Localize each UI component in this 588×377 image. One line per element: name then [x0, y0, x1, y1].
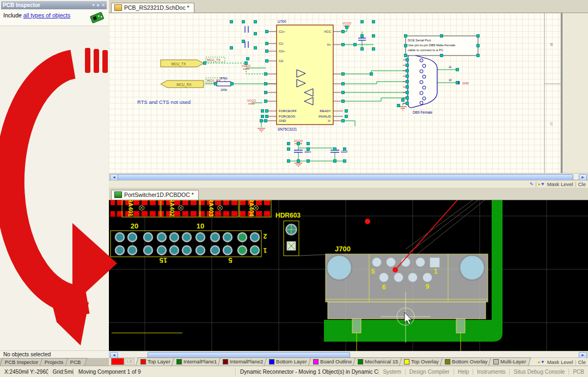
svg-text:MCU_TX: MCU_TX: [171, 62, 186, 66]
svg-text:J700: J700: [335, 245, 351, 253]
db9-connector[interactable]: J700 DB9 Female 11 10: [403, 48, 452, 114]
connection-dot: [393, 267, 398, 273]
panel-tab[interactable]: PCB Inspector: [0, 358, 45, 366]
svg-text:100k: 100k: [220, 88, 227, 91]
layer-tab[interactable]: Mechanical 15: [352, 357, 403, 366]
resistor-arrays[interactable]: RA401 RA402 RA403 RA404: [111, 200, 272, 217]
svg-text:GND: GND: [279, 119, 286, 122]
sheet-zone: B: [550, 42, 553, 46]
svg-text:C2-: C2-: [279, 59, 284, 63]
ratsnest-dot: [365, 219, 370, 224]
j700-footprint[interactable]: J700 5 1 6 9: [326, 200, 488, 333]
svg-text:10: 10: [449, 78, 452, 82]
titlebar-icon[interactable]: ✕: [101, 3, 105, 8]
schematic-canvas[interactable]: B C: [109, 13, 588, 173]
hdr603-component[interactable]: HDR603: [275, 212, 326, 256]
tab-pcbdoc[interactable]: PortSwitcher1D.PCBDOC *: [111, 190, 199, 200]
layer-color-swatch: [269, 359, 274, 364]
tab-schdoc[interactable]: PCB_RS2321D.SchDoc *: [111, 3, 194, 13]
statusbar-menu-item[interactable]: Situs Debug Console: [509, 369, 568, 375]
statusbar-menu-item[interactable]: PCB: [568, 369, 588, 375]
pin-header[interactable]: 20 10 15 5 2 1: [111, 222, 267, 264]
schdoc-icon: [114, 4, 122, 11]
ic-designator: U700: [278, 20, 286, 23]
layer-color-swatch: [493, 359, 499, 364]
svg-text:MCU_TX: MCU_TX: [207, 58, 220, 61]
clear-button[interactable]: Cle: [578, 181, 586, 187]
statusbar-menu-item[interactable]: System: [378, 369, 405, 375]
titlebar-icon[interactable]: ●: [96, 3, 99, 8]
svg-text:11: 11: [449, 65, 451, 69]
layer-color-swatch: [313, 359, 318, 364]
db9-name: DB9 Female: [413, 110, 433, 114]
layer-tab[interactable]: Bottom Overlay: [439, 357, 492, 366]
svg-text:RA404: RA404: [248, 200, 255, 217]
layer-tab[interactable]: Top Overlay: [399, 357, 444, 366]
status-bar: X:2450mil Y:-2960mil Grid:5mil Moving Co…: [0, 366, 588, 377]
svg-text:INVALID: INVALID: [318, 115, 332, 118]
layer-tab[interactable]: InternalPlane2: [218, 357, 268, 366]
statusbar-menu-item[interactable]: Design Compiler: [405, 369, 454, 375]
port-mcu-rx[interactable]: MCU_RX: [161, 81, 204, 88]
svg-text:RA401: RA401: [127, 200, 134, 217]
inspector-include-row: Include all types of objects: [0, 10, 108, 26]
grid-indicator: Grid:5mil: [48, 368, 74, 376]
mode-status: Dynamic Reconnector - Moving 1 Object(s)…: [236, 368, 378, 376]
svg-text:HDR603: HDR603: [275, 212, 301, 219]
sheet-margin: [562, 13, 588, 173]
layer-set-button[interactable]: LS: [125, 359, 134, 365]
svg-text:2: 2: [263, 232, 267, 240]
panel-titlebar[interactable]: PCB Inspector ▾●✕: [1, 1, 107, 9]
svg-text:V+: V+: [327, 43, 331, 46]
note-box[interactable]: DCE Serial Port Use pin-to-pin DB9 Male-…: [406, 36, 478, 55]
svg-text:15: 15: [160, 256, 167, 264]
pcbdoc-icon: [114, 191, 122, 198]
sheet-zone: C: [550, 122, 553, 126]
svg-text:MCU_RX: MCU_RX: [176, 83, 192, 87]
svg-text:20: 20: [131, 222, 138, 230]
include-label: Include: [3, 12, 22, 18]
pcb-canvas[interactable]: RA401 RA402 RA403 RA404 20 10 15 5 2 1 H…: [109, 200, 588, 351]
cursor-coordinates: X:2450mil Y:-2960mil: [0, 368, 48, 376]
svg-text:RA403: RA403: [208, 200, 215, 217]
svg-text:FORCEON: FORCEON: [279, 115, 295, 118]
layer-tab[interactable]: Multi-Layer: [488, 357, 531, 366]
filter-icon[interactable]: ▸▼: [538, 360, 545, 364]
ic-u700[interactable]: U700 SN75C3221 C1+ C1- C2+ C2- FORCEOFF …: [267, 20, 343, 131]
svg-text:1: 1: [263, 246, 267, 254]
layer-tab[interactable]: InternalPlane1: [171, 357, 222, 366]
panel-tab-strip: PCB InspectorProjectsPCB: [0, 358, 109, 366]
svg-text:10: 10: [197, 222, 204, 230]
svg-text:9: 9: [426, 283, 430, 291]
panel-title: PCB Inspector: [3, 2, 90, 8]
layer-tab[interactable]: Bottom Layer: [264, 357, 312, 366]
schematic-hscrollbar[interactable]: ◄ ►: [109, 173, 588, 180]
svg-text:Use pin-to-pin DB9 Male-Female: Use pin-to-pin DB9 Male-Female: [408, 44, 456, 47]
svg-text:READY: READY: [320, 109, 331, 113]
include-scope-link[interactable]: all types of objects: [23, 12, 70, 18]
layer-color-swatch: [404, 359, 409, 364]
current-layer-swatch[interactable]: [111, 358, 124, 365]
layer-tab[interactable]: Board Outline: [308, 357, 357, 366]
svg-text:VCCO: VCCO: [242, 64, 251, 67]
svg-text:GND: GND: [462, 82, 469, 85]
mask-level-button[interactable]: Mask Level: [547, 181, 573, 187]
edit-icon[interactable]: ✎: [530, 182, 534, 187]
clear-button[interactable]: Cle: [578, 359, 586, 365]
rts-cts-note[interactable]: RTS and CTS not used: [137, 99, 191, 105]
port-mcu-tx[interactable]: MCU_TX: [161, 60, 204, 67]
layer-color-swatch: [223, 359, 228, 364]
svg-text:C1+: C1+: [279, 30, 285, 33]
statusbar-menu-item[interactable]: Help: [454, 369, 473, 375]
layer-tab-bar: LS Top Layer InternalPlane1 InternalPlan…: [109, 358, 588, 366]
pcb-icon: [89, 11, 105, 24]
filter-icon[interactable]: ▸▼: [538, 182, 545, 187]
moving-status: Moving Component 1 of 9: [74, 368, 236, 376]
panel-tab[interactable]: PCB: [65, 358, 87, 366]
ic-part: SN75C3221: [278, 127, 297, 131]
mask-level-button[interactable]: Mask Level: [547, 359, 573, 365]
titlebar-icon[interactable]: ▾: [92, 3, 94, 8]
statusbar-menu-item[interactable]: Instruments: [473, 369, 509, 375]
layer-color-swatch: [358, 359, 363, 364]
layer-tab[interactable]: Top Layer: [136, 357, 175, 366]
